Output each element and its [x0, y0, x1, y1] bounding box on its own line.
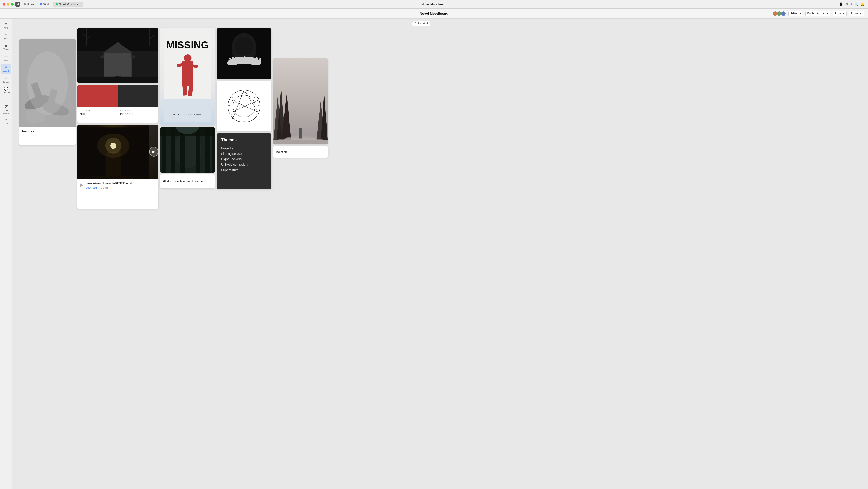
video-details: pexels-ivan-khmelyuk-8043335.mp4 Downloa…: [86, 181, 132, 190]
tab-home[interactable]: Home: [21, 2, 37, 7]
todo-icon: ☰: [4, 43, 8, 48]
app-icon: M: [16, 2, 20, 6]
tab-novel-label: Novel Moodboard: [59, 3, 81, 6]
tab-bar: Home Work Novel Moodboard: [21, 2, 83, 7]
svg-text:TE: TE: [228, 105, 230, 107]
sidebar-item-more[interactable]: ···: [1, 96, 11, 103]
tab-novel-moodboard[interactable]: Novel Moodboard: [53, 2, 83, 7]
svg-rect-7: [78, 28, 158, 51]
card-tunnels-caption: Hidden tunnels under the town: [160, 174, 215, 189]
svg-text:β: β: [248, 89, 249, 91]
house-image: [78, 28, 158, 83]
svg-point-28: [97, 134, 129, 158]
svg-point-32: [184, 54, 191, 62]
card-video[interactable]: ▶ ▶ pexels-ivan-khmelyuk-8043335.mp4 Dow…: [78, 124, 158, 209]
card-symbol[interactable]: ⊕ A MA TE G FRA GRA N Ω α β: [217, 81, 271, 131]
link-icon: ⚭: [4, 33, 7, 37]
sidebar-item-add-image[interactable]: 🖼 Add image: [1, 104, 11, 115]
svg-text:N: N: [231, 114, 232, 116]
sidebar-item-line[interactable]: — Line: [1, 53, 11, 63]
sidebar-item-link[interactable]: ⚭ Link: [1, 31, 11, 41]
theme-empathy[interactable]: Empathy: [221, 146, 267, 151]
tab-work[interactable]: Work: [37, 2, 53, 7]
themes-title: Themes: [221, 138, 267, 142]
sidebar-item-column[interactable]: ▤ Column: [1, 75, 11, 84]
svg-rect-87: [299, 131, 302, 139]
svg-rect-17: [123, 63, 128, 68]
tab-work-label: Work: [43, 3, 50, 6]
sidebar-item-board[interactable]: ⊞ Board: [1, 64, 11, 74]
left-sidebar: ≡ Note ⚭ Link ☰ To-do — Line ⊞ Board ▤ C…: [0, 19, 12, 244]
svg-rect-21: [78, 77, 158, 83]
file-size-value: 40.9 MB: [99, 186, 108, 189]
play-button[interactable]: ▶: [149, 147, 158, 157]
line-icon: —: [4, 54, 8, 59]
svg-rect-18: [115, 69, 121, 78]
tab-home-label: Home: [27, 3, 34, 6]
sidebar-item-comment[interactable]: 💬 Comment: [1, 85, 11, 95]
minimize-button[interactable]: [7, 3, 9, 6]
window-title: Novel Moodboard: [422, 2, 434, 6]
card-fog-forest[interactable]: [273, 58, 328, 144]
tab-dot: [56, 3, 58, 5]
fullscreen-button[interactable]: [11, 3, 13, 6]
svg-text:Ω: Ω: [255, 114, 257, 116]
swatch-mojo: [78, 85, 118, 107]
new-love-image: [20, 39, 75, 127]
sidebar-item-note[interactable]: ≡ Note: [1, 21, 11, 30]
isolation-caption-text: Isolation: [276, 150, 287, 154]
traffic-lights[interactable]: [0, 3, 13, 6]
svg-text:FRA: FRA: [230, 97, 234, 98]
board-icon: ⊞: [4, 65, 7, 70]
symbol-image: ⊕ A MA TE G FRA GRA N Ω α β: [217, 81, 271, 131]
tab-dot: [24, 3, 26, 5]
download-link[interactable]: Download: [86, 186, 97, 189]
svg-point-51: [235, 37, 253, 56]
missing-image: MISSING IN 50 METERS RADIUS: [160, 28, 215, 125]
add-image-icon: 🖼: [4, 105, 8, 109]
swatch-labels: #C03939 Mojo #2B2B2B Mine Shaft: [78, 107, 158, 117]
main-canvas: 0 Unsorted New love: [12, 19, 434, 244]
svg-rect-31: [182, 61, 193, 86]
video-thumbnail: ▶: [78, 124, 158, 179]
svg-marker-15: [100, 42, 136, 58]
svg-text:G: G: [258, 105, 260, 107]
comment-icon: 💬: [4, 87, 8, 91]
swatch-mine-shaft-label: #2B2B2B Mine Shaft: [118, 107, 158, 117]
svg-point-88: [299, 128, 302, 131]
card-house[interactable]: [78, 28, 158, 83]
new-love-caption: New love: [20, 127, 75, 135]
card-missing-poster[interactable]: MISSING IN 50 METERS RADIUS: [160, 28, 215, 125]
card-color-swatches[interactable]: #C03939 Mojo #2B2B2B Mine Shaft: [78, 85, 158, 123]
card-themes[interactable]: Themes Empathy Finding solace Higher pow…: [217, 133, 271, 189]
title-bar: M Home Work Novel Moodboard Novel Moodbo…: [0, 0, 434, 9]
svg-text:IN 50 METERS RADIUS: IN 50 METERS RADIUS: [173, 114, 202, 116]
svg-text:MISSING: MISSING: [166, 39, 209, 51]
theme-unlikely-comradery[interactable]: Unlikely comradery: [221, 162, 267, 167]
fog-forest-image: [273, 58, 328, 144]
svg-line-63: [232, 90, 244, 120]
swatch-mojo-label: #C03939 Mojo: [78, 107, 118, 117]
svg-point-20: [116, 74, 118, 76]
unsorted-button[interactable]: 0 Unsorted: [412, 21, 430, 26]
theme-supernatural[interactable]: Supernatural: [221, 167, 267, 173]
svg-text:⊕: ⊕: [243, 105, 245, 108]
board-title: Novel Moodboard: [420, 11, 434, 16]
card-isolation-caption: Isolation: [273, 146, 328, 157]
svg-text:α: α: [239, 89, 240, 91]
card-new-love[interactable]: New love: [20, 39, 75, 145]
close-button[interactable]: [3, 3, 5, 6]
swatches-row: [78, 85, 158, 107]
swatch-mine-shaft: [118, 85, 158, 107]
card-dark-face[interactable]: [217, 28, 271, 79]
svg-text:A: A: [243, 91, 245, 93]
card-forest[interactable]: [160, 127, 215, 173]
theme-finding-solace[interactable]: Finding solace: [221, 151, 267, 156]
video-info: ▶ pexels-ivan-khmelyuk-8043335.mp4 Downl…: [78, 179, 158, 192]
sidebar-item-todo[interactable]: ☰ To-do: [1, 42, 11, 52]
theme-higher-powers[interactable]: Higher powers: [221, 156, 267, 162]
main-toolbar: Novel Moodboard Editors ▾ Publish & shar…: [0, 9, 434, 19]
more-icon: ···: [4, 97, 7, 102]
forest-image: [160, 127, 215, 173]
sidebar-item-draw[interactable]: ✏ Draw: [1, 116, 11, 126]
